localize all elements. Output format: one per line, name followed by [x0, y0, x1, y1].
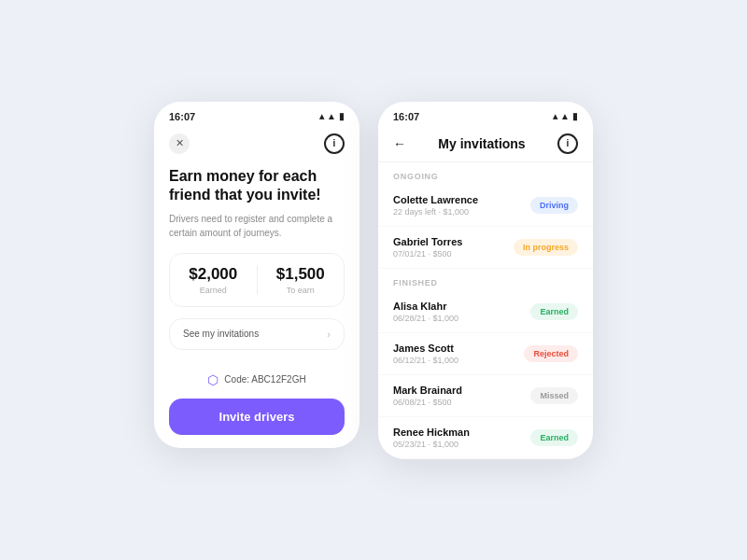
wifi-icon: ▴ [319, 111, 324, 121]
stat-to-earn-value: $1,500 [258, 265, 345, 284]
status-badge: In progress [514, 239, 578, 256]
inv-name: Gabriel Torres [393, 236, 462, 247]
inv-info: Gabriel Torres 07/01/21 · $500 [393, 236, 462, 259]
inv-date: 22 days left · $1,000 [393, 207, 478, 217]
section-ongoing-label: ONGOING [378, 162, 593, 185]
section-finished-label: FINISHED [378, 269, 593, 291]
inv-info: Alisa Klahr 06/28/21 · $1,000 [393, 301, 458, 323]
inv-info: Renee Hickman 05/23/21 · $1,000 [393, 427, 470, 449]
list-item: Mark Brainard 06/08/21 · $500 Missed [378, 375, 593, 417]
back-button[interactable]: ← [393, 136, 406, 151]
screen-invite: 16:07 ▴ ▲ ▮ ✕ i Earn money for each frie… [154, 102, 359, 448]
status-badge: Missed [530, 387, 578, 404]
stats-row: $2,000 Earned $1,500 To earn [169, 253, 345, 307]
code-text: Code: ABC12F2GH [224, 374, 305, 385]
close-button[interactable]: ✕ [169, 133, 190, 154]
wifi-icon-2: ▴ [553, 111, 557, 121]
status-badge: Rejected [524, 345, 578, 362]
screen2-header: ← My invitations i [378, 126, 593, 162]
time-2: 16:07 [393, 111, 419, 122]
stat-earned-label: Earned [170, 286, 257, 295]
inv-date: 07/01/21 · $500 [393, 249, 462, 259]
screen1-subtitle: Drivers need to register and complete a … [169, 212, 345, 240]
screen1-body: Earn money for each friend that you invi… [154, 158, 359, 448]
time-1: 16:07 [169, 111, 195, 122]
inv-date: 06/28/21 · $1,000 [393, 314, 458, 323]
signal-icon-2: ▲ [560, 111, 570, 121]
inv-date: 06/08/21 · $500 [393, 398, 462, 407]
inv-name: Alisa Klahr [393, 301, 458, 312]
list-item: Gabriel Torres 07/01/21 · $500 In progre… [378, 227, 593, 269]
stat-to-earn-label: To earn [258, 286, 345, 295]
screen1-header: ✕ i [154, 126, 359, 158]
info-button[interactable]: i [324, 133, 345, 154]
battery-icon: ▮ [339, 111, 345, 121]
qr-icon: ⬡ [207, 372, 218, 387]
status-bar-1: 16:07 ▴ ▲ ▮ [154, 102, 359, 126]
status-bar-2: 16:07 ▴ ▲ ▮ [378, 102, 593, 126]
status-icons-1: ▴ ▲ ▮ [319, 111, 345, 121]
status-badge: Earned [530, 303, 578, 320]
list-item: Renee Hickman 05/23/21 · $1,000 Earned [378, 417, 593, 459]
stat-earned: $2,000 Earned [170, 265, 257, 295]
inv-name: Renee Hickman [393, 427, 470, 438]
stat-earned-value: $2,000 [170, 265, 257, 284]
screen-invitations: 16:07 ▴ ▲ ▮ ← My invitations i ONGOING C… [378, 102, 593, 459]
chevron-right-icon: › [327, 329, 331, 340]
see-invitations-row[interactable]: See my invitations › [169, 318, 345, 350]
stat-to-earn: $1,500 To earn [257, 265, 345, 295]
inv-name: Colette Lawrence [393, 194, 478, 205]
inv-info: Colette Lawrence 22 days left · $1,000 [393, 194, 478, 217]
inv-info: Mark Brainard 06/08/21 · $500 [393, 385, 462, 407]
list-item: Colette Lawrence 22 days left · $1,000 D… [378, 185, 593, 227]
inv-name: James Scott [393, 343, 458, 354]
info-button-2[interactable]: i [557, 133, 578, 154]
list-item: James Scott 06/12/21 · $1,000 Rejected [378, 333, 593, 375]
battery-icon-2: ▮ [572, 111, 578, 121]
see-invitations-text: See my invitations [183, 329, 259, 339]
code-row: ⬡ Code: ABC12F2GH [169, 372, 345, 387]
inv-date: 06/12/21 · $1,000 [393, 356, 458, 365]
inv-date: 05/23/21 · $1,000 [393, 440, 470, 449]
screen1-title: Earn money for each friend that you invi… [169, 167, 345, 204]
inv-name: Mark Brainard [393, 385, 462, 396]
status-badge: Earned [530, 429, 578, 446]
status-icons-2: ▴ ▲ ▮ [553, 111, 578, 121]
signal-icon: ▲ [327, 111, 336, 121]
inv-info: James Scott 06/12/21 · $1,000 [393, 343, 458, 365]
list-item: Alisa Klahr 06/28/21 · $1,000 Earned [378, 291, 593, 333]
screen2-title: My invitations [438, 136, 525, 151]
invite-drivers-button[interactable]: Invite drivers [169, 399, 345, 435]
status-badge: Driving [530, 197, 578, 214]
